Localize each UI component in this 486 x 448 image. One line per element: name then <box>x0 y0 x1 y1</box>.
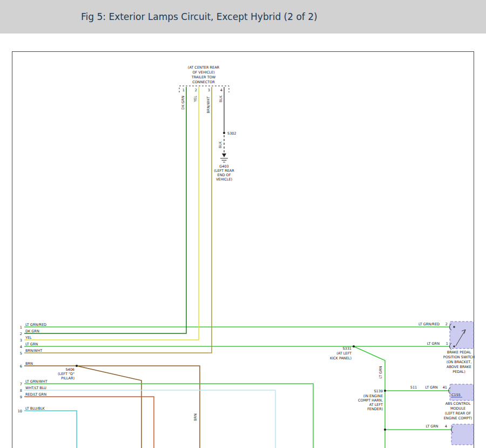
splice-s139-location: (IN ENGINE <box>363 394 383 398</box>
splice-s406-dot <box>76 365 78 367</box>
brake-switch-name: PEDAL) <box>453 370 465 374</box>
splice-s331-location: (AT LEFT <box>336 351 352 356</box>
switch-wire-top-label: LT GRN/RED <box>418 322 440 326</box>
abs-module-name: MODULE <box>450 406 465 411</box>
splice-s302-label: S302 <box>227 131 237 136</box>
trailer-connector-location: OF VEHICLE) <box>192 70 214 75</box>
abs-pin: 41 <box>443 385 447 390</box>
ground-location: VEHICLE) <box>216 177 232 182</box>
splice-s406-label: S406 <box>65 367 75 372</box>
bottom-component-box <box>451 424 474 445</box>
wire-label: BRN/WHT <box>25 349 42 353</box>
wire-label: DK GRN <box>25 329 39 333</box>
wire-number: 4 <box>20 345 22 349</box>
splice-s331-location: KICK PANEL) <box>330 356 352 360</box>
wire-label-blk: BLK <box>218 141 222 148</box>
pin-number: 1 <box>183 88 185 92</box>
wire-brn <box>24 366 200 448</box>
bottom-wire-label: LT GRN <box>426 424 438 429</box>
pin-number: 4 <box>220 88 222 92</box>
diagram-border <box>12 52 474 448</box>
bottom-wire-pin: 4 <box>445 424 447 429</box>
abs-circuit-number: 511 <box>410 385 417 390</box>
wire-label-brn-wht: BRN/WHT <box>206 96 211 113</box>
brake-pedal-switch-box <box>450 322 474 349</box>
wire-label-lt-grn-vertical: LT GRN <box>379 366 383 378</box>
splice-s139-label: S139 <box>374 389 383 393</box>
wire-wht-lt-blu <box>24 390 275 448</box>
wire-label: BRN <box>25 362 33 366</box>
trailer-connector-name: CONNECTOR <box>192 80 215 84</box>
abs-module-name: ABS CONTROL <box>446 402 471 406</box>
wire-number: 8 <box>20 389 22 393</box>
wiring-diagram: (AT CENTER REAR OF VEHICLE) TRAILER TOW … <box>0 0 486 448</box>
wire-brn-wht <box>24 87 212 353</box>
wire-label: WHT/LT BLU <box>25 386 46 390</box>
wire-label: LT GRN/RED <box>25 323 46 327</box>
wire-label: LT GRN <box>25 342 38 346</box>
ground-location: (LEFT REAR <box>214 169 234 173</box>
splice-s139-location: AT LEFT <box>369 403 383 407</box>
splice-s139-dot <box>384 390 386 392</box>
switch-wire-bottom-label: LT GRN <box>427 342 440 346</box>
wire-lt-grn-wht <box>24 384 313 448</box>
wire-number: 2 <box>20 332 22 336</box>
switch-contact <box>453 345 455 347</box>
wire-number: 3 <box>20 338 22 343</box>
abs-connector-label: C155 <box>451 393 461 397</box>
wire-label-yel: YEL <box>193 96 198 103</box>
splice-s139-location: FENDER) <box>367 407 383 411</box>
ground-arrow <box>222 153 226 157</box>
brake-switch-name: BRAKE PEDAL <box>447 350 471 355</box>
brake-switch-name: POSITION SWITCH <box>443 355 475 359</box>
splice-s406-location: PILLAR) <box>61 376 75 380</box>
abs-module-box <box>450 384 474 400</box>
wire-number: 10 <box>18 409 22 413</box>
wire-yel <box>24 87 199 340</box>
trailer-connector-name: TRAILER TOW <box>191 75 216 79</box>
junction-dot <box>384 429 386 431</box>
wire-label-dk-grn: DK GRN <box>181 96 185 110</box>
ground-name: G403 <box>219 164 228 169</box>
wire-label-brn-vertical: BRN <box>193 413 198 421</box>
brake-switch-name: (ON BRACKET, <box>447 360 472 364</box>
ground-symbol <box>220 158 228 162</box>
wire-label: YEL <box>25 336 32 340</box>
switch-wire-top-pin: 2 <box>446 322 448 326</box>
wire-number: 6 <box>20 364 22 369</box>
wire-label-blk: BLK <box>219 95 223 102</box>
splice-s331-dot <box>353 345 355 347</box>
wire-dk-grn <box>24 87 186 333</box>
trailer-connector-location: (AT CENTER REAR <box>188 65 220 70</box>
wire-red-lt-grn <box>24 397 154 448</box>
abs-module-name: (LEFT REAR OF <box>445 411 471 416</box>
splice-s139-location: COMPT HARN, <box>358 398 383 403</box>
abs-wire-label: LT GRN <box>425 385 437 390</box>
splice-s302-dot <box>223 132 225 134</box>
wire-number: 5 <box>20 351 22 356</box>
pin-number: 2 <box>195 88 197 92</box>
wire-number: 1 <box>20 325 22 330</box>
wire-label: LT BLU/BLK <box>25 406 45 411</box>
wire-number: 7 <box>20 382 22 386</box>
splice-s406-location: (LEFT "D" <box>58 372 75 376</box>
switch-contact <box>453 326 455 328</box>
switch-wire-bottom-pin: 1 <box>446 342 448 346</box>
brake-switch-name: ABOVE BRAKE <box>447 365 471 369</box>
wire-lt-blu-blk <box>24 411 77 448</box>
wire-lt-grn <box>24 346 453 448</box>
ground-location: END OF <box>218 173 231 177</box>
abs-module-name: ENGINE COMPT) <box>444 416 473 420</box>
splice-s331-label: S331 <box>342 346 352 351</box>
pin-number: 3 <box>208 88 210 92</box>
wire-label: RED/LT GRN <box>25 392 46 397</box>
wire-number: 9 <box>20 395 22 399</box>
wire-label: LT GRN/WHT <box>25 379 48 384</box>
